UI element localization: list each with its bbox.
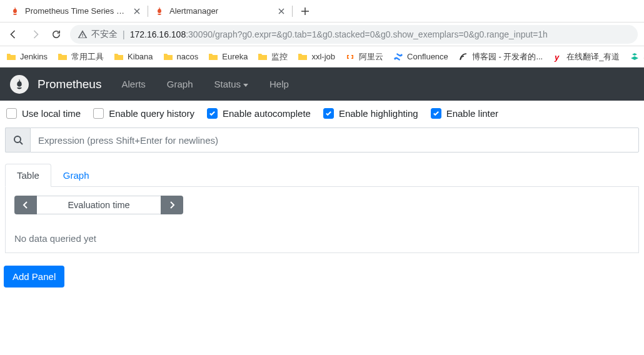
svg-point-1 bbox=[14, 136, 21, 142]
checkbox-label: Enable query history bbox=[109, 108, 194, 119]
bookmark-kibana[interactable]: Kibana bbox=[114, 52, 153, 62]
evaluation-time-input[interactable]: Evaluation time bbox=[37, 196, 161, 214]
nav-link-alerts[interactable]: Alerts bbox=[113, 74, 154, 94]
tab-table[interactable]: Table bbox=[5, 164, 51, 187]
reload-button[interactable] bbox=[49, 27, 64, 42]
bookmark-xxljob[interactable]: xxl-job bbox=[298, 52, 335, 62]
prometheus-brand[interactable]: Prometheus bbox=[10, 75, 101, 94]
tab-graph[interactable]: Graph bbox=[51, 164, 101, 187]
bookmark-aliyun[interactable]: 阿里云 bbox=[345, 51, 383, 62]
nav-link-help[interactable]: Help bbox=[261, 74, 298, 94]
prometheus-navbar: Prometheus Alerts Graph Status Help bbox=[0, 68, 644, 101]
bookmark-label: Confluence bbox=[407, 52, 448, 61]
add-panel-button[interactable]: Add Panel bbox=[4, 266, 64, 288]
bookmark-juejin[interactable]: Ju bbox=[630, 52, 644, 62]
browser-tab-strip: Prometheus Time Series Collec Alertmanag… bbox=[0, 0, 644, 22]
tab-close-icon[interactable] bbox=[133, 7, 141, 16]
bookmark-label: 博客园 - 开发者的... bbox=[472, 51, 543, 62]
youdao-icon: y bbox=[553, 52, 563, 62]
warning-icon bbox=[78, 29, 88, 39]
expression-input-group: Expression (press Shift+Enter for newlin… bbox=[5, 128, 639, 152]
checkbox-checked-icon bbox=[431, 108, 441, 119]
checkbox-enable-query-history[interactable]: Enable query history bbox=[93, 108, 194, 119]
tab-close-icon[interactable] bbox=[277, 7, 286, 16]
bookmarks-bar: Jenkins 常用工具 Kibana nacos Eureka 监控 xxl-… bbox=[0, 46, 644, 68]
no-data-message: No data queried yet bbox=[14, 233, 630, 244]
folder-icon bbox=[114, 52, 124, 62]
checkbox-enable-autocomplete[interactable]: Enable autocomplete bbox=[207, 108, 311, 119]
bookmark-label: 在线翻译_有道 bbox=[566, 51, 620, 62]
view-tabs: Table Graph bbox=[5, 164, 639, 187]
folder-icon bbox=[258, 52, 268, 62]
folder-icon bbox=[6, 52, 16, 62]
bookmark-eureka[interactable]: Eureka bbox=[208, 52, 248, 62]
prometheus-favicon-icon bbox=[10, 6, 20, 16]
checkbox-label: Use local time bbox=[22, 108, 81, 119]
checkbox-use-local-time[interactable]: Use local time bbox=[6, 108, 81, 119]
cnblogs-icon bbox=[458, 52, 468, 62]
bookmark-nacos[interactable]: nacos bbox=[163, 52, 199, 62]
prometheus-logo-icon bbox=[10, 75, 29, 94]
tab-title: Prometheus Time Series Collec bbox=[25, 6, 128, 16]
bookmark-label: Eureka bbox=[222, 52, 248, 61]
checkbox-label: Enable highlighting bbox=[339, 108, 418, 119]
url-separator: | bbox=[123, 29, 125, 39]
tab-title: Alertmanager bbox=[169, 6, 272, 16]
bookmark-label: Kibana bbox=[128, 52, 153, 61]
folder-icon bbox=[208, 52, 218, 62]
checkbox-icon bbox=[93, 108, 104, 119]
svg-text:y: y bbox=[554, 52, 560, 62]
bookmark-label: nacos bbox=[177, 52, 199, 61]
checkbox-checked-icon bbox=[207, 108, 218, 119]
aliyun-icon bbox=[345, 52, 355, 62]
browser-tab-alertmanager[interactable]: Alertmanager bbox=[148, 1, 292, 21]
query-options-row: Use local time Enable query history Enab… bbox=[0, 101, 644, 125]
browser-tab-prometheus[interactable]: Prometheus Time Series Collec bbox=[4, 1, 148, 21]
security-label: 不安全 bbox=[91, 29, 118, 40]
confluence-icon bbox=[393, 52, 403, 62]
bookmark-cnblogs[interactable]: 博客园 - 开发者的... bbox=[458, 51, 543, 62]
new-tab-button[interactable] bbox=[296, 2, 314, 20]
checkbox-enable-linter[interactable]: Enable linter bbox=[431, 108, 498, 119]
bookmark-youdao[interactable]: y 在线翻译_有道 bbox=[553, 51, 620, 62]
bookmark-tools[interactable]: 常用工具 bbox=[58, 51, 104, 62]
back-button[interactable] bbox=[6, 27, 21, 42]
eval-time-prev-button[interactable] bbox=[14, 196, 37, 214]
search-icon bbox=[5, 128, 30, 152]
checkbox-checked-icon bbox=[323, 108, 334, 119]
browser-toolbar: 不安全 | 172.16.16.108:30090/graph?g0.expr=… bbox=[0, 22, 644, 46]
bookmark-label: 监控 bbox=[271, 51, 288, 62]
checkbox-label: Enable linter bbox=[446, 108, 498, 119]
alertmanager-favicon-icon bbox=[154, 6, 164, 16]
tab-separator bbox=[292, 6, 293, 17]
checkbox-enable-highlighting[interactable]: Enable highlighting bbox=[323, 108, 418, 119]
nav-link-status[interactable]: Status bbox=[206, 74, 258, 94]
bookmark-confluence[interactable]: Confluence bbox=[393, 52, 448, 62]
folder-icon bbox=[298, 52, 308, 62]
caret-down-icon bbox=[243, 84, 248, 87]
folder-icon bbox=[58, 52, 68, 62]
brand-title: Prometheus bbox=[38, 78, 101, 91]
url-text: 172.16.16.108:30090/graph?g0.expr=&g0.ta… bbox=[130, 29, 548, 39]
checkbox-label: Enable autocomplete bbox=[223, 108, 311, 119]
panel-body: Evaluation time No data queried yet bbox=[5, 187, 639, 253]
bookmark-label: 常用工具 bbox=[71, 51, 104, 62]
nav-link-graph[interactable]: Graph bbox=[158, 74, 202, 94]
security-warning: 不安全 bbox=[78, 29, 118, 40]
bookmark-label: xxl-job bbox=[311, 52, 335, 61]
bookmark-monitoring[interactable]: 监控 bbox=[258, 51, 288, 62]
folder-icon bbox=[163, 52, 173, 62]
url-bar[interactable]: 不安全 | 172.16.16.108:30090/graph?g0.expr=… bbox=[70, 25, 638, 44]
bookmark-jenkins[interactable]: Jenkins bbox=[6, 52, 48, 62]
checkbox-icon bbox=[6, 108, 17, 119]
eval-time-next-button[interactable] bbox=[161, 196, 183, 214]
bookmark-label: Jenkins bbox=[20, 52, 48, 61]
bookmark-label: 阿里云 bbox=[359, 51, 383, 62]
expression-input[interactable]: Expression (press Shift+Enter for newlin… bbox=[30, 128, 639, 152]
evaluation-time-group: Evaluation time bbox=[14, 196, 183, 214]
forward-button[interactable] bbox=[28, 27, 43, 42]
juejin-icon bbox=[630, 52, 640, 62]
